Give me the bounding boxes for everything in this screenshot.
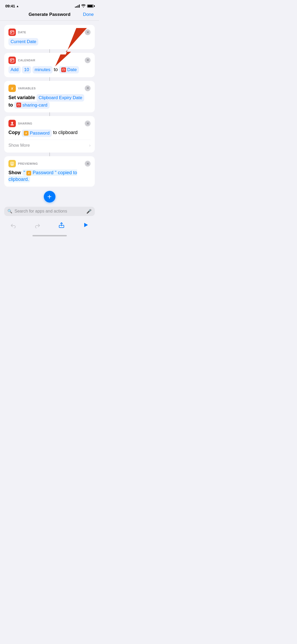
wifi-icon: [81, 4, 86, 8]
show-more-row[interactable]: Show More ›: [8, 140, 91, 149]
date-card-body: Current Date: [8, 38, 91, 45]
date-card-header: DATE ✕: [8, 29, 91, 36]
chevron-right-icon: ›: [89, 142, 91, 148]
to-label-2: to: [8, 102, 13, 107]
sharing-card-header: SHARING ✕: [8, 120, 91, 127]
date-card-icon: [8, 29, 16, 36]
svg-rect-13: [18, 104, 20, 106]
calendar-card-body: Add 10 minutes to Date: [8, 66, 91, 73]
minutes-num-token[interactable]: 10: [22, 66, 31, 73]
undo-button[interactable]: [8, 220, 18, 230]
quote-open: ": [23, 170, 25, 175]
connector-4: [49, 153, 50, 156]
add-button-area: +: [4, 187, 95, 203]
play-button[interactable]: [81, 220, 91, 230]
connector-1: [49, 49, 50, 53]
add-token[interactable]: Add: [8, 66, 21, 73]
calendar-card-icon: [8, 57, 16, 64]
microphone-icon[interactable]: 🎤: [86, 209, 92, 214]
home-indicator: [0, 233, 99, 238]
svg-point-17: [12, 163, 13, 164]
previewing-card-close[interactable]: ✕: [85, 161, 91, 167]
previewing-card-body: Show " x Password " copied to clipboard.: [8, 169, 91, 183]
current-date-token[interactable]: Current Date: [8, 38, 38, 45]
status-time: 09:41: [5, 4, 15, 8]
date-card-close[interactable]: ✕: [85, 29, 91, 35]
set-variable-label: Set variable: [8, 95, 35, 100]
date-card-label: DATE: [18, 31, 26, 34]
calendar-card: CALENDAR ✕ Add 10 minutes to: [4, 53, 95, 77]
previewing-card: PREVIEWING ✕ Show " x Password " copied …: [4, 156, 95, 186]
variables-card-header: x VARIABLES ✕: [8, 85, 91, 92]
show-label: Show: [8, 170, 21, 175]
signal-icon: [75, 4, 80, 8]
variables-card-body: Set variable Clipboard Expiry Date to sh…: [8, 94, 91, 109]
variables-card-label: VARIABLES: [18, 87, 36, 90]
previewing-card-icon: [8, 160, 16, 167]
svg-rect-4: [11, 32, 12, 33]
calendar-card-close[interactable]: ✕: [85, 57, 91, 63]
copy-label: Copy: [8, 130, 20, 135]
search-input[interactable]: Search for apps and actions: [15, 209, 84, 214]
svg-rect-10: [11, 60, 12, 61]
status-icons: [75, 4, 94, 8]
calendar-card-header: CALENDAR ✕: [8, 57, 91, 64]
svg-rect-6: [10, 59, 14, 62]
content-area: DATE ✕ Current Date: [0, 21, 99, 203]
clipboard-expiry-date-token[interactable]: Clipboard Expiry Date: [36, 94, 84, 102]
sharing-card-body: Copy x Password to clipboard Show More ›: [8, 129, 91, 149]
previewing-card-header: PREVIEWING ✕: [8, 160, 91, 167]
svg-marker-20: [84, 223, 88, 227]
svg-rect-0: [10, 31, 14, 34]
minutes-token[interactable]: minutes: [32, 66, 53, 73]
status-bar: 09:41 ▲: [0, 0, 99, 10]
search-area: 🔍 Search for apps and actions 🎤: [0, 204, 99, 218]
nav-divider: [0, 20, 99, 21]
share-button[interactable]: [57, 220, 66, 230]
to-clipboard-label: to clipboard: [53, 130, 78, 135]
connector-3: [49, 112, 50, 116]
variables-card: x VARIABLES ✕ Set variable Clipboard Exp…: [4, 81, 95, 113]
quote-close: ": [55, 170, 56, 175]
sharing-card-close[interactable]: ✕: [85, 121, 91, 126]
battery-icon: [87, 4, 94, 8]
show-more-label: Show More: [8, 142, 30, 148]
adjusted-date-token[interactable]: sharing-card: [14, 102, 50, 109]
search-icon: 🔍: [7, 209, 12, 214]
calendar-card-label: CALENDAR: [18, 59, 35, 62]
sharing-card-label: SHARING: [18, 122, 32, 125]
redo-button[interactable]: [33, 220, 42, 230]
done-button[interactable]: Done: [83, 12, 94, 17]
svg-rect-15: [11, 125, 14, 125]
page-title: Generate Password: [29, 12, 70, 17]
variables-card-close[interactable]: ✕: [85, 85, 91, 91]
sharing-card-icon: [8, 120, 16, 127]
sharing-card: SHARING ✕ Copy x Password to clipboard S…: [4, 116, 95, 153]
previewing-card-label: PREVIEWING: [18, 162, 38, 165]
to-label: to: [54, 67, 58, 72]
svg-rect-16: [11, 162, 14, 165]
date-card: DATE ✕ Current Date: [4, 25, 95, 49]
search-bar[interactable]: 🔍 Search for apps and actions 🎤: [4, 207, 95, 216]
bottom-toolbar: [0, 218, 99, 233]
date-token[interactable]: Date: [59, 66, 79, 73]
variables-card-icon: x: [8, 85, 16, 92]
connector-2: [49, 77, 50, 81]
nav-bar: Generate Password Done: [0, 10, 99, 20]
home-bar: [32, 235, 67, 236]
svg-rect-11: [62, 69, 65, 71]
password-token-sharing[interactable]: x Password: [22, 130, 52, 137]
password-token-previewing: Password: [32, 170, 53, 175]
location-icon: ▲: [16, 4, 19, 8]
add-action-button[interactable]: +: [44, 191, 55, 203]
